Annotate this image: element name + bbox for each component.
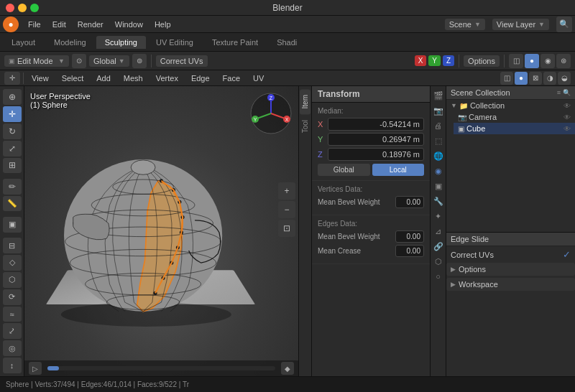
knife-tool[interactable]: ◇: [3, 255, 22, 271]
keyframe-btn[interactable]: ◆: [281, 362, 294, 375]
push-pull-tool[interactable]: ↕: [3, 358, 22, 373]
render-preview-icon[interactable]: ⊛: [556, 54, 571, 68]
menu-file[interactable]: File: [23, 19, 46, 30]
overlay-icon[interactable]: ◫: [500, 72, 513, 85]
wireframe-icon[interactable]: ◫: [509, 54, 523, 68]
navigation-gizmo[interactable]: Z X Y: [249, 92, 293, 135]
v-bevel-value[interactable]: 0.00: [395, 196, 424, 208]
scale-tool[interactable]: ⤢: [3, 141, 22, 157]
local-btn[interactable]: Local: [372, 164, 425, 176]
camera-eye-icon[interactable]: 👁: [564, 113, 571, 121]
scene-settings-icon[interactable]: 🌐: [432, 149, 445, 162]
frame-selected-btn[interactable]: ⊡: [278, 220, 295, 237]
tab-shading[interactable]: Shadi: [268, 36, 305, 49]
shrink-fatten-tool[interactable]: ◎: [3, 340, 22, 356]
submenu-edge[interactable]: Edge: [186, 73, 215, 84]
scene-selector[interactable]: Scene ▼: [445, 19, 485, 30]
output-props-icon[interactable]: 🖨: [432, 119, 445, 132]
correct-uvs-toggle[interactable]: Correct UVs: [156, 55, 208, 67]
outliner-collection[interactable]: ▼ 📁 Collection 👁: [446, 100, 575, 111]
overlay-type-icon[interactable]: ◒: [558, 72, 571, 85]
timeline-toggle[interactable]: ▷: [29, 362, 42, 375]
search-button[interactable]: 🔍: [556, 17, 572, 32]
x-axis-btn[interactable]: X: [415, 55, 427, 66]
snap-magnet-icon[interactable]: ⊙: [72, 54, 86, 68]
mode-selector[interactable]: ▣ Edit Mode ▼: [4, 55, 69, 67]
tab-layout[interactable]: Layout: [3, 36, 44, 49]
tab-modeling[interactable]: Modeling: [45, 36, 95, 49]
move-tool[interactable]: ✛: [3, 106, 22, 122]
data-icon[interactable]: ⬡: [432, 255, 445, 268]
smooth-tool[interactable]: ≈: [3, 307, 22, 322]
outliner-cube[interactable]: ▣ Cube 👁: [454, 123, 575, 134]
menu-render[interactable]: Render: [73, 19, 109, 30]
submenu-face[interactable]: Face: [218, 73, 245, 84]
options-btn[interactable]: Options: [464, 55, 500, 67]
submenu-vertex[interactable]: Vertex: [151, 73, 183, 84]
global-btn[interactable]: Global: [318, 164, 370, 176]
proportional-edit-icon[interactable]: ⊚: [132, 54, 147, 68]
shading-type-icon[interactable]: ◑: [543, 72, 556, 85]
material-icon[interactable]: ○: [432, 270, 445, 283]
render-props-icon[interactable]: 📷: [432, 104, 445, 117]
workspace-section-header[interactable]: ▶ Workspace: [446, 278, 575, 291]
tab-sculpting[interactable]: Sculpting: [96, 36, 146, 49]
constraints-icon[interactable]: 🔗: [432, 240, 445, 253]
transform-tool[interactable]: ⊞: [3, 158, 22, 174]
menu-edit[interactable]: Edit: [47, 19, 71, 30]
tab-texture-paint[interactable]: Texture Paint: [203, 36, 267, 49]
solid-viewport-icon[interactable]: ●: [515, 72, 528, 85]
z-axis-btn[interactable]: Z: [443, 55, 454, 66]
y-axis-btn[interactable]: Y: [428, 55, 441, 66]
menu-help[interactable]: Help: [150, 19, 176, 30]
outliner-search-icon[interactable]: 🔍: [563, 89, 571, 96]
tab-item[interactable]: Item: [300, 89, 310, 114]
x-coord-value[interactable]: -0.54214 m: [328, 118, 424, 131]
outliner-camera[interactable]: 📷 Camera 👁: [454, 111, 575, 123]
menu-window[interactable]: Window: [110, 19, 148, 30]
close-button[interactable]: [6, 4, 14, 12]
spin-tool[interactable]: ⟳: [3, 289, 22, 305]
submenu-add[interactable]: Add: [91, 73, 116, 84]
view-layer-selector[interactable]: View Layer ▼: [492, 19, 549, 30]
submenu-view[interactable]: View: [27, 73, 54, 84]
e-crease-value[interactable]: 0.00: [395, 245, 424, 257]
tab-tool[interactable]: Tool: [300, 114, 310, 139]
particles-icon[interactable]: ✦: [432, 210, 445, 223]
tab-uv-editing[interactable]: UV Editing: [147, 36, 202, 49]
loop-cut-tool[interactable]: ⊟: [3, 238, 22, 253]
object-props-icon[interactable]: ▣: [432, 179, 445, 192]
modifiers-icon[interactable]: 🔧: [432, 195, 445, 207]
options-section-header[interactable]: ▶ Options: [446, 263, 575, 276]
cursor-tool[interactable]: ⊕: [3, 89, 22, 105]
world-props-icon[interactable]: ◉: [432, 164, 445, 177]
xray-icon[interactable]: ⊠: [529, 72, 542, 85]
viewport[interactable]: User Perspective (1) Sphere Z X Y: [24, 86, 298, 376]
z-coord-value[interactable]: 0.18976 m: [328, 148, 424, 161]
add-cube-tool[interactable]: ▣: [3, 217, 22, 233]
poly-build-tool[interactable]: ⬡: [3, 272, 22, 288]
e-bevel-value[interactable]: 0.00: [395, 230, 424, 243]
y-coord-value[interactable]: 0.26947 m: [328, 133, 424, 146]
measure-tool[interactable]: 📏: [3, 196, 22, 212]
rotate-tool[interactable]: ↻: [3, 123, 22, 139]
scene-props-icon[interactable]: 🎬: [432, 89, 445, 102]
correct-uvs-checkbox[interactable]: ✓: [563, 249, 571, 260]
edge-slide-active-tool[interactable]: ⤦: [3, 323, 22, 339]
maximize-button[interactable]: [30, 4, 39, 12]
zoom-out-btn[interactable]: −: [278, 201, 295, 218]
annotate-tool[interactable]: ✏: [3, 179, 22, 195]
minimize-button[interactable]: [18, 4, 27, 12]
transform-icon-btn[interactable]: ✛: [4, 72, 20, 85]
material-preview-icon[interactable]: ◉: [540, 54, 555, 68]
submenu-select[interactable]: Select: [57, 73, 89, 84]
collection-eye-icon[interactable]: 👁: [564, 102, 571, 110]
zoom-in-btn[interactable]: +: [278, 182, 295, 200]
outliner-filter-icon[interactable]: ≡: [557, 89, 561, 96]
timeline-scrubber[interactable]: [47, 366, 275, 370]
global-selector[interactable]: Global ▼: [89, 55, 129, 67]
cube-eye-icon[interactable]: 👁: [564, 125, 571, 133]
submenu-mesh[interactable]: Mesh: [119, 73, 148, 84]
view-layer-props-icon[interactable]: ⬚: [432, 134, 445, 147]
physics-icon[interactable]: ⊿: [432, 225, 445, 238]
